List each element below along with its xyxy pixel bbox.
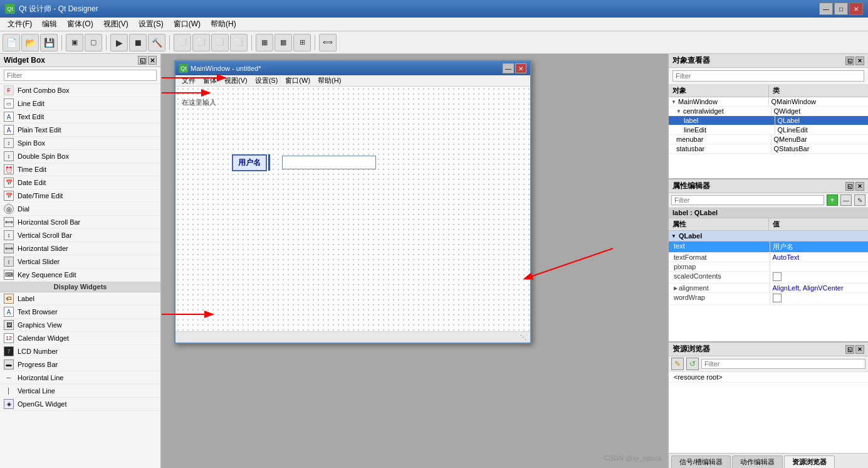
- toolbar-build[interactable]: 🔨: [148, 34, 165, 51]
- widget-item-vertical-slider[interactable]: ↕ Vertical Slider: [0, 255, 160, 269]
- toolbar-align2[interactable]: ⬜: [192, 34, 210, 51]
- property-row-text[interactable]: text 用户名: [669, 242, 868, 253]
- toolbar-btn2[interactable]: ▢: [85, 34, 102, 51]
- minimize-button[interactable]: —: [819, 3, 833, 15]
- tab-action-editor[interactable]: 动作编辑器: [732, 455, 783, 468]
- designer-canvas[interactable]: 在这里输入 用户名: [175, 87, 530, 331]
- widget-item-vertical-line[interactable]: │ Vertical Line: [0, 385, 160, 398]
- widget-item-calendar-widget[interactable]: 12 Calendar Widget: [0, 332, 160, 345]
- toolbar-btn1[interactable]: ▣: [66, 34, 83, 51]
- widget-item-opengl-widget[interactable]: ◈ OpenGL Widget: [0, 398, 160, 411]
- widget-item-horizontal-scroll-bar[interactable]: ⟺ Horizontal Scroll Bar: [0, 216, 160, 229]
- menu-window-form[interactable]: 窗体(O): [62, 18, 98, 31]
- menu-settings[interactable]: 设置(S): [133, 18, 169, 31]
- toolbar-run[interactable]: ▶: [110, 34, 128, 51]
- menu-view[interactable]: 视图(V): [98, 18, 133, 31]
- widget-item-plain-text-edit[interactable]: A Plain Text Edit: [0, 124, 160, 137]
- object-inspector-close-btn[interactable]: ✕: [855, 56, 864, 65]
- resource-browser-close-btn[interactable]: ✕: [855, 345, 864, 354]
- menu-file[interactable]: 文件(F): [3, 18, 37, 31]
- property-add-btn[interactable]: +: [827, 194, 838, 206]
- designer-close-btn[interactable]: ✕: [515, 63, 526, 73]
- resource-root-item[interactable]: <resource root>: [669, 372, 868, 383]
- tree-obj-label: label: [684, 117, 698, 124]
- vertical-scroll-bar-icon: ↕: [4, 230, 14, 240]
- resource-refresh-btn[interactable]: ↺: [686, 358, 699, 370]
- tree-row-lineedit[interactable]: lineEdit QLineEdit: [669, 125, 868, 135]
- designer-menu-window[interactable]: 窗体: [199, 75, 221, 86]
- canvas-label-widget[interactable]: 用户名: [232, 154, 267, 171]
- widget-item-graphics-view[interactable]: 🖼 Graphics View: [0, 319, 160, 332]
- resource-pencil-btn[interactable]: ✎: [671, 358, 684, 370]
- toolbar-grid3[interactable]: ⊞: [293, 34, 311, 51]
- toolbar-save[interactable]: 💾: [40, 34, 58, 51]
- widget-item-date-edit[interactable]: 📅 Date Edit: [0, 176, 160, 189]
- property-editor-close-btn[interactable]: ✕: [855, 182, 864, 191]
- menu-edit[interactable]: 编辑: [37, 18, 62, 31]
- designer-menu-windowmenu[interactable]: 窗口(W): [281, 75, 314, 86]
- toolbar-grid1[interactable]: ▦: [256, 34, 273, 51]
- property-editor-float-btn[interactable]: ◱: [845, 182, 854, 191]
- toolbar-grid2[interactable]: ▩: [275, 34, 292, 51]
- designer-menu-help[interactable]: 帮助(H): [314, 75, 345, 86]
- property-row-textformat[interactable]: textFormat AutoText: [669, 253, 868, 262]
- tab-signal-slot[interactable]: 信号/槽编辑器: [671, 455, 731, 468]
- maximize-button[interactable]: □: [834, 3, 848, 15]
- widget-item-datetime-edit[interactable]: 📅 Date/Time Edit: [0, 189, 160, 203]
- designer-menu-file[interactable]: 文件: [178, 75, 199, 86]
- canvas-lineedit[interactable]: [282, 156, 376, 169]
- widget-box-float-btn[interactable]: ◱: [138, 56, 147, 65]
- tree-row-statusbar[interactable]: statusbar QStatusBar: [669, 144, 868, 154]
- designer-min-btn[interactable]: —: [503, 63, 514, 73]
- property-remove-btn[interactable]: —: [840, 194, 852, 206]
- toolbar-stop[interactable]: ⏹: [129, 34, 147, 51]
- widget-item-time-edit[interactable]: ⏰ Time Edit: [0, 163, 160, 176]
- close-button[interactable]: ✕: [849, 3, 863, 15]
- widget-box-filter-input[interactable]: [4, 70, 157, 81]
- property-filter-input[interactable]: [671, 195, 824, 205]
- tree-row-label[interactable]: label QLabel: [669, 116, 868, 125]
- designer-menu-settings[interactable]: 设置(S): [251, 75, 282, 86]
- scaled-contents-checkbox[interactable]: [773, 272, 782, 281]
- widget-item-label[interactable]: 🏷 Label: [0, 292, 160, 306]
- widget-item-lcd-number[interactable]: 7 LCD Number: [0, 345, 160, 358]
- property-row-wordwrap[interactable]: wordWrap: [669, 293, 868, 305]
- menu-window[interactable]: 窗口(W): [169, 18, 206, 31]
- widget-item-dial[interactable]: ◎ Dial: [0, 203, 160, 216]
- widget-item-text-edit[interactable]: A Text Edit: [0, 110, 160, 124]
- toolbar-signal[interactable]: ⟺: [319, 34, 337, 51]
- tree-row-menubar[interactable]: menubar QMenuBar: [669, 135, 868, 144]
- word-wrap-checkbox[interactable]: [773, 294, 782, 302]
- designer-menu-view[interactable]: 视图(V): [221, 75, 251, 86]
- widget-item-spin-box[interactable]: ↕ Spin Box: [0, 137, 160, 150]
- tab-resource-browser[interactable]: 资源浏览器: [784, 455, 835, 468]
- property-row-scaledcontents[interactable]: scaledContents: [669, 272, 868, 284]
- property-row-pixmap[interactable]: pixmap: [669, 262, 868, 272]
- widget-item-text-browser[interactable]: A Text Browser: [0, 306, 160, 319]
- widget-box-close-btn[interactable]: ✕: [148, 56, 157, 65]
- font-combo-box-icon: F: [4, 85, 14, 95]
- toolbar-align1[interactable]: ⬜: [174, 34, 191, 51]
- widget-item-progress-bar[interactable]: ▬ Progress Bar: [0, 358, 160, 371]
- resource-filter-input[interactable]: [701, 359, 865, 369]
- toolbar-open[interactable]: 📂: [21, 34, 39, 51]
- center-area: Qt MainWindow - untitled* — ✕ 文件 窗体 视图(V…: [162, 54, 667, 468]
- widget-item-line-edit[interactable]: ▭ Line Edit: [0, 97, 160, 110]
- tree-row-mainwindow[interactable]: ▼ MainWindow QMainWindow: [669, 97, 868, 107]
- widget-item-key-sequence-edit[interactable]: ⌨ Key Sequence Edit: [0, 269, 160, 282]
- widget-item-vertical-scroll-bar[interactable]: ↕ Vertical Scroll Bar: [0, 229, 160, 242]
- object-inspector-float-btn[interactable]: ◱: [845, 56, 854, 65]
- menu-help[interactable]: 帮助(H): [206, 18, 241, 31]
- tree-row-centralwidget[interactable]: ▼ centralwidget QWidget: [669, 107, 868, 116]
- property-edit-btn[interactable]: ✎: [854, 194, 865, 206]
- widget-item-horizontal-slider[interactable]: ⟺ Horizontal Slider: [0, 242, 160, 255]
- toolbar-new[interactable]: 📄: [3, 34, 20, 51]
- toolbar-align3[interactable]: ⬜: [211, 34, 229, 51]
- widget-item-double-spin-box[interactable]: ↕ Double Spin Box: [0, 150, 160, 163]
- toolbar-align4[interactable]: ⬜: [230, 34, 248, 51]
- widget-item-font-combo-box[interactable]: F Font Combo Box: [0, 84, 160, 97]
- resource-browser-float-btn[interactable]: ◱: [845, 345, 854, 354]
- object-inspector-filter-input[interactable]: [672, 70, 864, 82]
- widget-item-horizontal-line[interactable]: ─ Horizontal Line: [0, 371, 160, 385]
- property-row-alignment[interactable]: ▶ alignment AlignLeft, AlignVCenter: [669, 284, 868, 293]
